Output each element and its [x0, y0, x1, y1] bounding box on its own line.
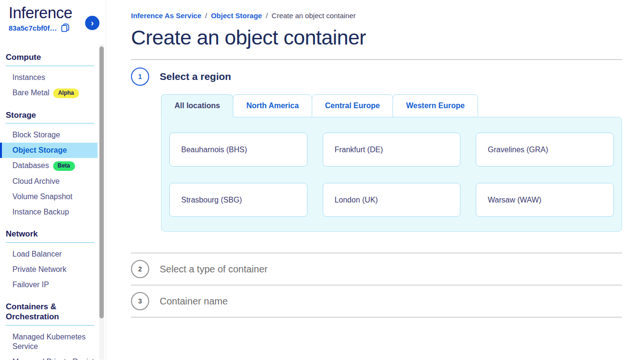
tab-north-america[interactable]: North America [233, 94, 312, 117]
sidebar-item-failover-ip[interactable]: Failover IP [0, 277, 106, 292]
breadcrumb-separator: / [266, 11, 268, 20]
sidebar-item-bare-metal[interactable]: Bare MetalAlpha [0, 85, 106, 101]
sidebar-item-label: Managed Kubernetes Service [12, 333, 86, 350]
sidebar-scrollbar-thumb[interactable] [99, 46, 104, 318]
copy-button[interactable] [61, 23, 69, 32]
step-2-title: Select a type of container [160, 264, 268, 275]
sidebar-item-label: Databases [12, 161, 49, 169]
app-window: Inference 83a5c7cbf0f… › Co [0, 0, 644, 360]
sidebar-item-managed-private-registry[interactable]: Managed Private Registry [0, 354, 106, 360]
breadcrumb: Inference As Service / Object Storage / … [131, 11, 622, 20]
sidebar-item-label: Load Balancer [12, 250, 62, 258]
sidebar-item-load-balancer[interactable]: Load Balancer [0, 247, 106, 262]
sidebar-item-block-storage[interactable]: Block Storage [0, 127, 106, 143]
beta-badge: Beta [53, 161, 75, 171]
sidebar-item-volume-snapshot[interactable]: Volume Snapshot [0, 189, 106, 204]
section-heading-containers-orchestration: Containers & Orchestration [6, 302, 94, 325]
sidebar-item-label: Volume Snapshot [12, 192, 72, 201]
region-card-waw[interactable]: Warsaw (WAW) [476, 183, 614, 217]
sidebar-item-databases[interactable]: DatabasesBeta [0, 158, 106, 174]
region-panel: Beauharnois (BHS) Frankfurt (DE) Graveli… [161, 117, 622, 232]
sidebar-item-cloud-archive[interactable]: Cloud Archive [0, 174, 106, 189]
region-card-grid: Beauharnois (BHS) Frankfurt (DE) Graveli… [169, 133, 614, 217]
service-id[interactable]: 83a5c7cbf0f… [9, 24, 57, 32]
step-1-header: 1 Select a region [131, 68, 622, 86]
sidebar-nav: Compute Instances Bare MetalAlpha Storag… [0, 53, 106, 360]
sidebar-item-object-storage[interactable]: Object Storage [0, 143, 98, 158]
region-card-sbg[interactable]: Strasbourg (SBG) [169, 183, 307, 217]
step-3-title: Container name [160, 296, 228, 307]
sidebar-item-label: Block Storage [12, 131, 60, 139]
sidebar-item-instances[interactable]: Instances [0, 70, 106, 85]
sidebar-item-label: Managed Private Registry [12, 358, 100, 360]
page-title: Create an object container [131, 26, 622, 49]
breadcrumb-current: Create an object container [272, 11, 356, 20]
section-heading-storage: Storage [6, 111, 94, 124]
sidebar-item-label: Instances [12, 73, 45, 81]
step-1-title: Select a region [160, 71, 231, 82]
sidebar-item-private-network[interactable]: Private Network [0, 262, 106, 277]
copy-icon [61, 23, 69, 32]
divider [131, 317, 622, 317]
step-2-circle: 2 [131, 260, 149, 278]
sidebar-item-label: Object Storage [12, 146, 67, 154]
tab-all-locations[interactable]: All locations [161, 94, 233, 117]
sidebar-section-network: Network Load Balancer Private Network Fa… [0, 229, 106, 292]
step-3-row[interactable]: 3 Container name [131, 285, 622, 317]
region-card-de[interactable]: Frankfurt (DE) [323, 133, 461, 167]
sidebar-collapse-button[interactable]: › [85, 16, 99, 30]
sidebar-section-storage: Storage Block Storage Object Storage Dat… [0, 111, 106, 220]
step-1-circle: 1 [131, 68, 149, 86]
sidebar-item-label: Bare Metal [12, 89, 49, 97]
step-2-row[interactable]: 2 Select a type of container [131, 253, 622, 285]
alpha-badge: Alpha [53, 89, 78, 98]
sidebar-scrollbar-track [99, 44, 104, 360]
sidebar-item-instance-backup[interactable]: Instance Backup [0, 204, 106, 220]
sidebar-section-compute: Compute Instances Bare MetalAlpha [0, 53, 106, 101]
breadcrumb-link-object-storage[interactable]: Object Storage [211, 11, 262, 20]
main-content: Inference As Service / Object Storage / … [106, 0, 644, 360]
region-tabs: All locations North America Central Euro… [161, 94, 622, 117]
section-heading-network: Network [6, 229, 94, 243]
sidebar: Inference 83a5c7cbf0f… › Co [0, 0, 106, 360]
divider [131, 59, 622, 60]
sidebar-item-managed-kubernetes-service[interactable]: Managed Kubernetes Service [0, 329, 106, 354]
step-1-section: 1 Select a region All locations North Am… [131, 68, 622, 232]
region-card-gra[interactable]: Gravelines (GRA) [476, 133, 614, 167]
sidebar-item-label: Private Network [12, 265, 66, 273]
chevron-right-icon: › [91, 18, 94, 28]
step-3-circle: 3 [131, 292, 149, 310]
sidebar-item-label: Instance Backup [12, 208, 69, 216]
tab-western-europe[interactable]: Western Europe [393, 94, 478, 117]
tab-central-europe[interactable]: Central Europe [312, 94, 393, 117]
section-heading-compute: Compute [6, 53, 94, 66]
sidebar-item-label: Failover IP [12, 281, 49, 289]
sidebar-section-containers-orchestration: Containers & Orchestration Managed Kuber… [0, 302, 106, 360]
region-card-uk[interactable]: London (UK) [323, 183, 461, 217]
breadcrumb-separator: / [205, 11, 207, 20]
sidebar-item-label: Cloud Archive [12, 177, 60, 185]
breadcrumb-link-inference-as-service[interactable]: Inference As Service [131, 11, 201, 20]
region-card-bhs[interactable]: Beauharnois (BHS) [169, 133, 307, 167]
sidebar-header: Inference 83a5c7cbf0f… › [0, 0, 106, 43]
